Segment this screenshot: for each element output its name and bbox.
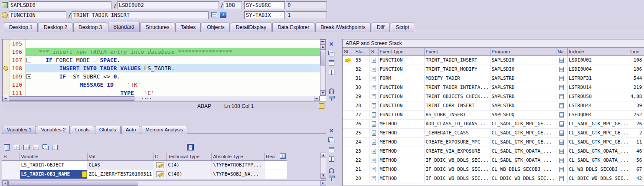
stack-column-header[interactable]: Sta... bbox=[354, 48, 369, 55]
code-text[interactable]: TYPE 'E' bbox=[26, 89, 320, 96]
stack-column-header[interactable]: Event bbox=[424, 48, 490, 55]
close-editor-button[interactable] bbox=[327, 40, 335, 48]
vars-column-header[interactable]: S... bbox=[2, 153, 20, 160]
stack-type-field[interactable]: FUNCTION bbox=[9, 11, 66, 19]
save-button[interactable] bbox=[186, 143, 194, 151]
navigate-icon[interactable] bbox=[559, 67, 564, 72]
navigate-icon[interactable] bbox=[559, 121, 564, 127]
vars-hscroll-thumb[interactable] bbox=[8, 181, 138, 186]
stack-row[interactable]: 32FUNCTIONTRINT_TADIR_MODIFYSAPLSDI0LSDI… bbox=[343, 65, 644, 74]
vars-column-header[interactable]: Absolute Type bbox=[212, 153, 265, 160]
tab-variables-1[interactable]: Variables 1 bbox=[3, 126, 36, 134]
vars-column-header[interactable]: Val. bbox=[87, 153, 154, 160]
function-name-field[interactable]: TRINT_TADIR_INSERT bbox=[72, 11, 209, 19]
vars-hscroll-left[interactable] bbox=[2, 180, 8, 186]
stack-row[interactable]: 26METHODADD_CLASS_TO_TRANS...CL_SADL_GTK… bbox=[343, 119, 644, 128]
services-vars-button[interactable] bbox=[327, 165, 335, 173]
code-text[interactable]: INSERT INTO TADIR VALUES LS_TADIR. bbox=[26, 64, 320, 72]
navigation-cell[interactable] bbox=[556, 128, 567, 137]
navigation-cell[interactable] bbox=[556, 156, 567, 165]
tab-locals[interactable]: Locals bbox=[71, 126, 94, 134]
navigation-cell[interactable] bbox=[556, 174, 567, 183]
stack-row[interactable]: 25METHOD_GENERATE_CLASSCL_SADL_GTK_MPC_G… bbox=[343, 128, 644, 137]
column-config-button[interactable] bbox=[279, 153, 287, 160]
delete-variable-button[interactable] bbox=[3, 143, 11, 151]
tab-objects[interactable]: Objects bbox=[202, 23, 230, 32]
layout-button[interactable] bbox=[51, 143, 59, 151]
compare-button[interactable] bbox=[41, 143, 49, 151]
stack-row[interactable]: 28FUNCTIONTRINT_CORR_INSERTSAPLSTRDLSTRD… bbox=[343, 101, 644, 110]
swap-panel-button[interactable] bbox=[327, 49, 335, 57]
tab-variables-2[interactable]: Variables 2 bbox=[37, 126, 70, 134]
vars-column-header[interactable]: Variable bbox=[20, 153, 87, 160]
stack-row[interactable]: 23METHODCREATE_VIA_EXPOSURECL_SADL_GTK_O… bbox=[343, 147, 644, 156]
navigation-cell[interactable] bbox=[556, 165, 567, 174]
vars-column-header[interactable]: C... bbox=[154, 153, 167, 160]
stack-column-header[interactable]: Line bbox=[629, 48, 644, 55]
stack-column-header[interactable]: Event Type bbox=[378, 48, 424, 55]
editor-vscroll-thumb[interactable] bbox=[320, 51, 325, 65]
tools-button[interactable] bbox=[327, 95, 335, 102]
stack-row[interactable]: 27FUNCTIONRS_CORR_INSERTSAPLSEUQLSEUQU04… bbox=[343, 110, 644, 119]
change-value-cell[interactable] bbox=[154, 170, 167, 179]
copy-table-button[interactable] bbox=[22, 143, 30, 151]
navigation-cell[interactable] bbox=[556, 119, 567, 128]
tab-desktop-3[interactable]: Desktop 3 bbox=[73, 23, 107, 32]
stack-row[interactable]: 24METHODCREATE_EXPOSURE_MPCCL_SADL_GTK_M… bbox=[343, 137, 644, 147]
maximize-panel-button[interactable] bbox=[327, 59, 335, 67]
tab-tables[interactable]: Tables bbox=[175, 23, 201, 32]
breakpoint-icon[interactable] bbox=[3, 66, 8, 71]
navigate-icon[interactable] bbox=[559, 58, 564, 63]
stack-column-header[interactable]: Na... bbox=[556, 48, 567, 55]
editor-hscroll-right[interactable] bbox=[314, 96, 320, 101]
tab-globals[interactable]: Globals bbox=[95, 126, 121, 134]
editor-splitter-box[interactable] bbox=[320, 39, 326, 44]
tab-detaildisplay[interactable]: DetailDisplay bbox=[231, 23, 271, 32]
vars-hscroll-right[interactable] bbox=[320, 180, 326, 186]
navigation-cell[interactable] bbox=[556, 147, 567, 156]
watch-value-1-field[interactable]: 0 bbox=[286, 1, 327, 9]
navigation-cell[interactable] bbox=[556, 55, 567, 65]
stack-row[interactable]: 31FORMMODIFY_TADIRSAPLSTRDLSTRDF31544 bbox=[343, 74, 644, 83]
variable-row[interactable]: LS_TADIR-OBJECTCLASC(4)\TYPE=TROBJTYP... bbox=[2, 160, 287, 170]
collapse-icon[interactable] bbox=[26, 58, 31, 62]
collapse-icon[interactable] bbox=[26, 74, 31, 79]
row-selector-cell[interactable] bbox=[2, 170, 20, 179]
navigate-icon[interactable] bbox=[559, 94, 564, 99]
stack-column-header[interactable]: S... bbox=[369, 48, 378, 55]
code-text[interactable]: *** insert new TADIR-entry into database… bbox=[26, 48, 320, 56]
pencil-icon[interactable] bbox=[156, 162, 163, 168]
navigate-icon[interactable] bbox=[559, 140, 564, 145]
stack-row[interactable]: 20METHODIF_DDIC_WB_DDLS_SEC...CL_DDIC_WB… bbox=[343, 174, 644, 183]
editor-hscroll-thumb[interactable] bbox=[9, 96, 134, 101]
table-view-button[interactable] bbox=[13, 143, 21, 151]
navigation-cell[interactable] bbox=[556, 137, 567, 147]
editor-hscroll-left[interactable] bbox=[3, 96, 8, 101]
navigation-cell[interactable] bbox=[556, 101, 567, 110]
line-field[interactable]: 108 bbox=[224, 1, 242, 9]
variable-row[interactable]: LS_TADIR-OBJ_NAMEZCL_ZJERRYTEST20160311C… bbox=[2, 170, 287, 179]
navigate-icon[interactable] bbox=[559, 85, 564, 90]
tab-data-explorer[interactable]: Data Explorer bbox=[272, 23, 314, 32]
tab-auto[interactable]: Auto bbox=[121, 126, 141, 134]
vars-vscroll-up[interactable] bbox=[320, 153, 326, 158]
split-panel-button[interactable] bbox=[327, 69, 335, 76]
editor-vscroll-down[interactable] bbox=[320, 90, 326, 96]
code-text[interactable]: IF FORCE_MODE = SPACE. bbox=[26, 56, 320, 64]
stack-row[interactable]: 29FUNCTIONTRINT_OBJECTS_CHECK...SAPLSTRD… bbox=[343, 92, 644, 101]
vars-column-header[interactable]: Rea bbox=[265, 153, 279, 160]
vars-vscroll-down[interactable] bbox=[320, 173, 326, 179]
tab-structures[interactable]: Structures bbox=[141, 23, 175, 32]
navigation-cell[interactable] bbox=[556, 83, 567, 92]
navigate-icon[interactable] bbox=[559, 158, 564, 163]
navigation-cell[interactable] bbox=[556, 110, 567, 119]
stack-column-header[interactable]: Program bbox=[490, 48, 556, 55]
watch-variable-2-field[interactable]: SY-TABIX bbox=[244, 11, 285, 19]
variable-name-cell[interactable]: LS_TADIR-OBJ_NAME bbox=[20, 170, 87, 179]
swap-vars-panel-button[interactable] bbox=[327, 136, 335, 144]
stack-row[interactable]: 30FUNCTIONTRINT_TADIR_INTERFA...SAPLSTRD… bbox=[343, 83, 644, 92]
pencil-icon[interactable] bbox=[156, 171, 163, 177]
row-selector-cell[interactable] bbox=[2, 160, 20, 170]
stack-row[interactable]: 33FUNCTIONTRINT_TADIR_INSERTSAPLSDI0LSDI… bbox=[343, 55, 644, 65]
tab-diff[interactable]: Diff bbox=[372, 23, 390, 32]
